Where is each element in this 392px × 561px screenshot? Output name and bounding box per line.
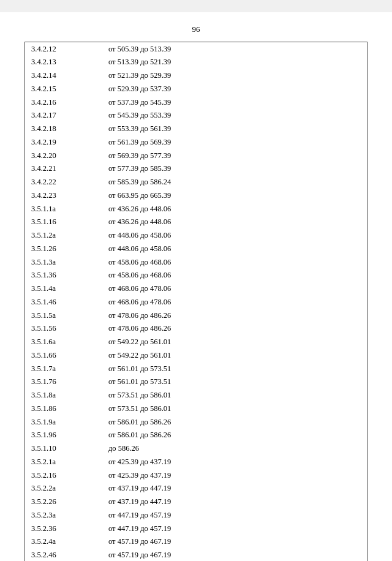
cell-range: от 529.39 до 537.39 — [105, 82, 239, 96]
cell-extra — [239, 402, 367, 415]
cell-extra — [239, 375, 367, 389]
table-row: 3.5.1.96от 586.01 до 586.26 — [25, 429, 367, 442]
cell-code: 3.5.1.10 — [25, 442, 105, 456]
cell-extra — [239, 415, 367, 429]
table-row: 3.4.2.20от 569.39 до 577.39 — [25, 149, 367, 162]
cell-code: 3.5.1.56 — [25, 322, 105, 336]
cell-code: 3.5.1.36 — [25, 269, 105, 282]
cell-range: от 478.06 до 486.26 — [105, 309, 239, 322]
table-row: 3.5.2.1аот 425.39 до 437.19 — [25, 455, 367, 469]
cell-extra — [239, 495, 367, 509]
cell-range: от 513.39 до 521.39 — [105, 56, 239, 69]
cell-code: 3.4.2.21 — [25, 162, 105, 176]
cell-code: 3.5.2.26 — [25, 495, 105, 509]
cell-extra — [239, 482, 367, 495]
cell-range: от 521.39 до 529.39 — [105, 69, 239, 83]
cell-range: от 586.01 до 586.26 — [105, 415, 239, 429]
cell-extra — [239, 429, 367, 442]
cell-range: от 457.19 до 467.19 — [105, 549, 239, 562]
cell-code: 3.4.2.19 — [25, 135, 105, 149]
cell-range: от 586.01 до 586.26 — [105, 429, 239, 442]
cell-code: 3.4.2.20 — [25, 149, 105, 162]
table-row: 3.5.1.46от 468.06 до 478.06 — [25, 295, 367, 309]
cell-code: 3.5.1.2а — [25, 229, 105, 243]
table-row: 3.5.2.2аот 437.19 до 447.19 — [25, 482, 367, 495]
cell-code: 3.4.2.12 — [25, 42, 105, 56]
cell-extra — [239, 336, 367, 349]
table-row: 3.4.2.22от 585.39 до 586.24 — [25, 176, 367, 189]
cell-range: от 569.39 до 577.39 — [105, 149, 239, 162]
cell-extra — [239, 229, 367, 243]
cell-code: 3.5.1.96 — [25, 429, 105, 442]
cell-extra — [239, 96, 367, 109]
table-row: 3.5.1.86от 573.51 до 586.01 — [25, 402, 367, 415]
cell-range: до 586.26 — [105, 442, 239, 456]
cell-range: от 549.22 до 561.01 — [105, 336, 239, 349]
cell-extra — [239, 202, 367, 216]
page: 96 3.4.2.12от 505.39 до 513.393.4.2.13от… — [0, 12, 392, 561]
table-row: 3.5.1.76от 561.01 до 573.51 — [25, 375, 367, 389]
cell-code: 3.4.2.18 — [25, 122, 105, 136]
table-row: 3.5.1.16от 436.26 до 448.06 — [25, 216, 367, 229]
cell-extra — [239, 56, 367, 69]
cell-code: 3.5.1.8а — [25, 389, 105, 402]
table-row: 3.5.2.46от 457.19 до 467.19 — [25, 549, 367, 562]
cell-range: от 437.19 до 447.19 — [105, 482, 239, 495]
cell-range: от 468.06 до 478.06 — [105, 282, 239, 296]
page-number: 96 — [24, 24, 368, 34]
cell-extra — [239, 162, 367, 176]
cell-code: 3.5.2.1а — [25, 455, 105, 469]
table-row: 3.5.2.3аот 447.19 до 457.19 — [25, 508, 367, 522]
table-row: 3.5.2.26от 437.19 до 447.19 — [25, 495, 367, 509]
table-row: 3.4.2.15от 529.39 до 537.39 — [25, 82, 367, 96]
cell-code: 3.5.1.9а — [25, 415, 105, 429]
table-row: 3.5.2.4аот 457.19 до 467.19 — [25, 535, 367, 549]
cell-code: 3.4.2.14 — [25, 69, 105, 83]
cell-code: 3.5.1.1а — [25, 202, 105, 216]
cell-code: 3.5.2.2а — [25, 482, 105, 495]
cell-range: от 561.39 до 569.39 — [105, 135, 239, 149]
cell-range: от 425.39 до 437.19 — [105, 455, 239, 469]
table-row: 3.5.1.56от 478.06 до 486.26 — [25, 322, 367, 336]
cell-extra — [239, 442, 367, 456]
table-row: 3.5.2.36от 447.19 до 457.19 — [25, 522, 367, 535]
cell-code: 3.5.1.5а — [25, 309, 105, 322]
cell-code: 3.4.2.13 — [25, 56, 105, 69]
table-row: 3.5.2.16от 425.39 до 437.19 — [25, 469, 367, 482]
table-row: 3.5.1.26от 448.06 до 458.06 — [25, 242, 367, 255]
cell-range: от 458.06 до 468.06 — [105, 255, 239, 269]
cell-extra — [239, 522, 367, 535]
table-row: 3.4.2.16от 537.39 до 545.39 — [25, 96, 367, 109]
table-row: 3.4.2.19от 561.39 до 569.39 — [25, 135, 367, 149]
table-row: 3.4.2.14от 521.39 до 529.39 — [25, 69, 367, 83]
table-row: 3.5.1.9аот 586.01 до 586.26 — [25, 415, 367, 429]
cell-code: 3.5.2.3а — [25, 508, 105, 522]
cell-range: от 505.39 до 513.39 — [105, 42, 239, 56]
cell-range: от 436.26 до 448.06 — [105, 202, 239, 216]
cell-code: 3.4.2.17 — [25, 109, 105, 122]
table-row: 3.4.2.13от 513.39 до 521.39 — [25, 56, 367, 69]
table-row: 3.5.1.6аот 549.22 до 561.01 — [25, 336, 367, 349]
cell-extra — [239, 69, 367, 83]
cell-extra — [239, 362, 367, 375]
cell-extra — [239, 82, 367, 96]
table-row: 3.5.1.7аот 561.01 до 573.51 — [25, 362, 367, 375]
cell-code: 3.5.1.16 — [25, 216, 105, 229]
cell-code: 3.5.2.36 — [25, 522, 105, 535]
cell-range: от 573.51 до 586.01 — [105, 389, 239, 402]
cell-range: от 448.06 до 458.06 — [105, 229, 239, 243]
cell-extra — [239, 149, 367, 162]
cell-extra — [239, 389, 367, 402]
cell-extra — [239, 295, 367, 309]
cell-code: 3.5.1.66 — [25, 348, 105, 362]
table-row: 3.5.1.2аот 448.06 до 458.06 — [25, 229, 367, 243]
cell-extra — [239, 348, 367, 362]
cell-range: от 549.22 до 561.01 — [105, 348, 239, 362]
table-row: 3.5.1.8аот 573.51 до 586.01 — [25, 389, 367, 402]
cell-extra — [239, 189, 367, 202]
table-row: 3.5.1.66от 549.22 до 561.01 — [25, 348, 367, 362]
cell-code: 3.5.1.76 — [25, 375, 105, 389]
table-row: 3.5.1.36от 458.06 до 468.06 — [25, 269, 367, 282]
cell-extra — [239, 535, 367, 549]
cell-range: от 478.06 до 486.26 — [105, 322, 239, 336]
